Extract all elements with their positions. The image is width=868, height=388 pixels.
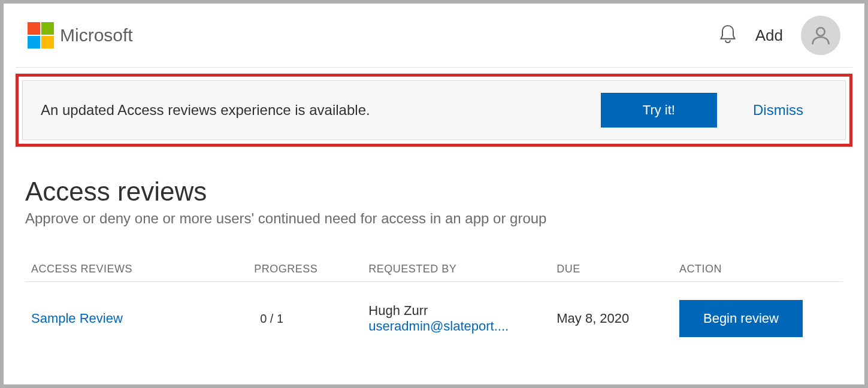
notifications-icon[interactable] [718,23,737,47]
reviews-table: ACCESS REVIEWS PROGRESS REQUESTED BY DUE… [25,263,843,337]
requester-name: Hugh Zurr [368,303,557,319]
review-link[interactable]: Sample Review [31,311,123,326]
microsoft-logo-icon [28,22,54,48]
col-header-progress: PROGRESS [254,263,368,275]
header-divider [16,67,852,68]
requester-email[interactable]: useradmin@slateport.... [368,319,557,334]
cell-progress: 0 / 1 [254,312,368,326]
banner-actions: Try it! Dismiss [601,93,827,128]
col-header-action: ACTION [679,263,843,275]
page-subtitle: Approve or deny one or more users' conti… [25,210,843,227]
col-header-due: DUE [557,263,679,275]
dismiss-button[interactable]: Dismiss [753,102,803,119]
page-title: Access reviews [25,177,843,207]
col-header-requested-by: REQUESTED BY [368,263,557,275]
brand: Microsoft [28,22,133,48]
cell-due: May 8, 2020 [557,311,679,326]
table-row: Sample Review 0 / 1 Hugh Zurr useradmin@… [25,282,843,337]
svg-point-0 [816,28,825,36]
brand-text: Microsoft [60,25,133,46]
try-it-button[interactable]: Try it! [601,93,717,128]
avatar[interactable] [801,16,840,55]
banner-highlight: An updated Access reviews experience is … [16,74,852,147]
banner-message: An updated Access reviews experience is … [41,102,370,119]
cell-review-name: Sample Review [25,311,254,326]
person-icon [810,25,831,46]
col-header-reviews: ACCESS REVIEWS [25,263,254,275]
header: Microsoft Add [4,4,864,67]
header-actions: Add [718,16,840,55]
cell-requested-by: Hugh Zurr useradmin@slateport.... [368,303,557,334]
main-content: Access reviews Approve or deny one or mo… [4,159,864,355]
table-header-row: ACCESS REVIEWS PROGRESS REQUESTED BY DUE… [25,263,843,282]
app-window: Microsoft Add An updated Access reviews … [4,4,864,384]
cell-action: Begin review [679,300,843,337]
update-banner: An updated Access reviews experience is … [22,80,846,140]
add-link[interactable]: Add [755,26,783,45]
begin-review-button[interactable]: Begin review [679,300,803,337]
